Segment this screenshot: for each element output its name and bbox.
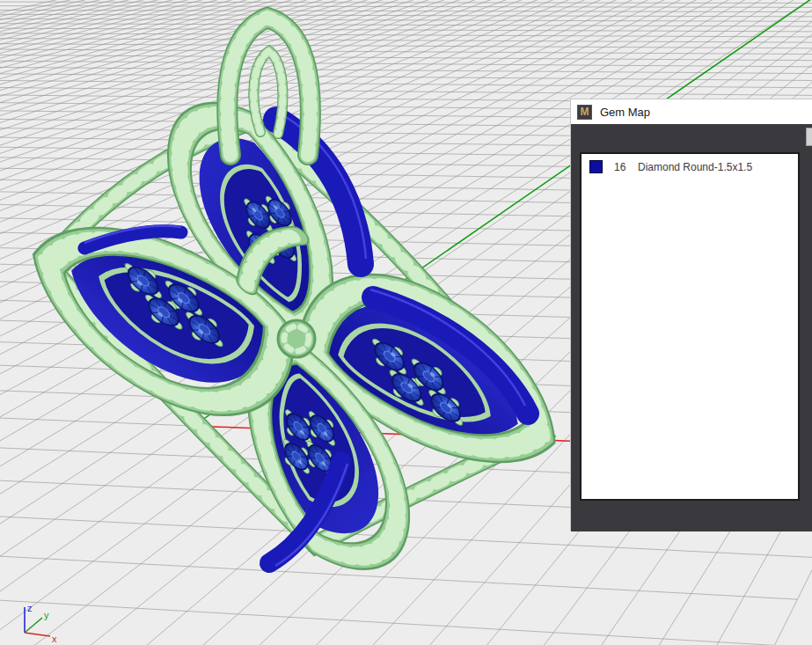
gizmo-z-label: z: [27, 603, 33, 613]
gem-color-swatch: [589, 160, 603, 173]
gem-count: 16: [614, 161, 628, 173]
panel-titlebar[interactable]: M Gem Map: [571, 99, 812, 124]
gizmo-y-axis: [25, 618, 42, 633]
center-knot: [278, 320, 315, 357]
application-window: zyx M Gem Map 16Diamond Round-1.5x1.5: [0, 0, 812, 645]
gizmo-y-label: y: [44, 610, 49, 620]
gizmo-x-axis: [25, 633, 50, 636]
matrix-logo-icon: M: [577, 105, 592, 120]
gem-list[interactable]: 16Diamond Round-1.5x1.5: [580, 152, 800, 501]
pendant-model[interactable]: [14, 18, 562, 587]
gizmo-x-label: x: [52, 634, 57, 644]
gem-name: Diamond Round-1.5x1.5: [638, 161, 752, 173]
panel-body: 16Diamond Round-1.5x1.5: [571, 124, 812, 531]
gem-list-item[interactable]: 16Diamond Round-1.5x1.5: [582, 154, 798, 173]
gem-map-panel: M Gem Map 16Diamond Round-1.5x1.5: [570, 99, 812, 531]
axis-gizmo: zyx: [25, 603, 57, 644]
panel-title: Gem Map: [600, 106, 650, 119]
panel-edge-button[interactable]: [806, 128, 812, 146]
